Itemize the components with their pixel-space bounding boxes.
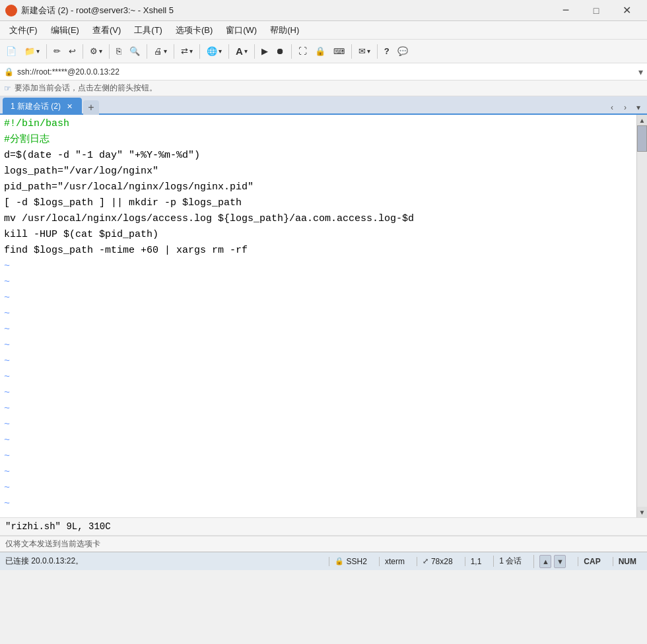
undo-icon: ↩ xyxy=(69,46,76,56)
open-button[interactable]: 📁▾ xyxy=(21,42,43,61)
chat-button[interactable]: 💬 xyxy=(394,42,411,61)
scroll-track[interactable] xyxy=(637,125,647,507)
terminal-line-24: ~ xyxy=(4,496,632,512)
separator xyxy=(291,44,292,59)
num-segment: NUM xyxy=(613,557,642,566)
tab-menu-button[interactable]: ▾ xyxy=(632,102,644,113)
tab-next-button[interactable]: › xyxy=(619,102,631,113)
copy-button[interactable]: ⎘ xyxy=(113,42,125,61)
sessions-segment: 1 会话 xyxy=(493,556,527,567)
tab-close-button[interactable]: ✕ xyxy=(65,102,74,111)
terminal-line-19: ~ xyxy=(4,417,632,433)
bottom-hint-text: 仅将文本发送到当前选项卡 xyxy=(5,538,100,550)
lock-icon: 🔒 xyxy=(315,46,325,56)
scroll-up-button[interactable]: ▲ xyxy=(637,115,648,125)
menu-item-tools[interactable]: 工具(T) xyxy=(127,22,169,39)
globe-icon: 🌐 xyxy=(207,46,217,56)
scrollbar: ▲ ▼ xyxy=(636,115,647,517)
hint-text: 要添加当前会话，点击左侧的箭头按钮。 xyxy=(15,82,157,94)
play-icon: ▶ xyxy=(261,46,268,56)
minimize-button[interactable]: − xyxy=(551,0,581,21)
protocol-segment: 🔒 SSH2 xyxy=(329,557,372,566)
address-dropdown-icon[interactable]: ▾ xyxy=(638,67,643,77)
titlebar: 新建会话 (2) - root@server3:~ - Xshell 5 − □… xyxy=(0,0,647,21)
new-tab-button[interactable]: + xyxy=(83,100,99,115)
tab-label: 1 新建会话 (2) xyxy=(11,101,61,112)
help-button[interactable]: ? xyxy=(381,42,393,61)
tabbar: 1 新建会话 (2) ✕ + ‹ › ▾ xyxy=(0,96,647,115)
address-text[interactable]: ssh://root:*****@20.0.0.13:22 xyxy=(17,67,638,77)
close-button[interactable]: ✕ xyxy=(611,0,642,21)
separator xyxy=(377,44,378,59)
terminal-line-3: logs_path="/var/log/nginx" xyxy=(4,164,632,179)
tab-1[interactable]: 1 新建会话 (2) ✕ xyxy=(3,98,82,115)
nav-down-button[interactable]: ▼ xyxy=(554,555,566,568)
separator xyxy=(46,44,47,59)
print-icon: 🖨 xyxy=(154,46,162,56)
terminal-line-18: ~ xyxy=(4,401,632,417)
scroll-thumb[interactable] xyxy=(637,125,647,152)
keyboard-icon: ⌨ xyxy=(333,47,345,56)
terminal-line-1: #分割日志 xyxy=(4,132,632,148)
record-icon: ⏺ xyxy=(276,46,285,56)
font-button[interactable]: A▾ xyxy=(232,42,251,61)
terminal-line-5: [ -d $logs_path ] || mkdir -p $logs_path xyxy=(4,195,632,211)
fullscreen-button[interactable]: ⛶ xyxy=(295,42,310,61)
copy-icon: ⎘ xyxy=(116,46,121,56)
statusbar: 已连接 20.0.0.13:22。 🔒 SSH2 xterm ⤢ 78x28 1… xyxy=(0,552,647,570)
menu-item-options[interactable]: 选项卡(B) xyxy=(169,22,219,39)
file-status-text: "rizhi.sh" 9L, 310C xyxy=(5,521,111,532)
term-segment: xterm xyxy=(379,557,410,566)
terminal-line-4: pid_path="/usr/local/nginx/logs/nginx.pi… xyxy=(4,179,632,195)
cursor-pos-label: 1,1 xyxy=(471,557,482,566)
terminal[interactable]: #!/bin/bash#分割日志d=$(date -d "-1 day" "+%… xyxy=(0,115,636,517)
terminal-line-25: ~ xyxy=(4,512,632,517)
xshell-icon xyxy=(5,5,17,16)
tab-prev-button[interactable]: ‹ xyxy=(606,102,618,113)
toolbar: 📄 📁▾ ✏ ↩ ⚙▾ ⎘ 🔍 🖨▾ ⇄▾ 🌐▾ A▾ ▶ ⏺ ⛶ 🔒 ⌨ ✉▾… xyxy=(0,40,647,63)
maximize-button[interactable]: □ xyxy=(581,0,611,21)
terminal-line-2: d=$(date -d "-1 day" "+%Y-%m-%d") xyxy=(4,148,632,164)
transfer-button[interactable]: ⇄▾ xyxy=(178,42,196,61)
fullscreen-icon: ⛶ xyxy=(298,46,307,56)
keyboard-button[interactable]: ⌨ xyxy=(330,42,348,61)
terminal-line-6: mv /usr/local/nginx/logs/access.log ${lo… xyxy=(4,211,632,227)
dimensions-label: 78x28 xyxy=(431,557,453,566)
menu-item-file[interactable]: 文件(F) xyxy=(3,22,44,39)
menu-item-help[interactable]: 帮助(H) xyxy=(263,22,306,39)
bottom-hint-bar: 仅将文本发送到当前选项卡 xyxy=(0,536,647,552)
addressbar: 🔒 ssh://root:*****@20.0.0.13:22 ▾ xyxy=(0,63,647,80)
terminal-line-15: ~ xyxy=(4,354,632,370)
terminal-line-23: ~ xyxy=(4,480,632,496)
hint-icon: ☞ xyxy=(4,84,11,93)
terminal-line-20: ~ xyxy=(4,433,632,449)
terminal-line-14: ~ xyxy=(4,338,632,354)
globe-button[interactable]: 🌐▾ xyxy=(203,42,225,61)
menu-item-edit[interactable]: 编辑(E) xyxy=(44,22,86,39)
terminal-line-7: kill -HUP $(cat $pid_path) xyxy=(4,227,632,243)
scroll-down-button[interactable]: ▼ xyxy=(637,507,648,517)
dimensions-segment: ⤢ 78x28 xyxy=(417,557,458,566)
cap-label: CAP xyxy=(584,557,600,566)
record-button[interactable]: ⏺ xyxy=(273,42,288,61)
edit-button[interactable]: ✏ xyxy=(50,42,64,61)
menu-item-view[interactable]: 查看(V) xyxy=(86,22,127,39)
print-button[interactable]: 🖨▾ xyxy=(151,42,170,61)
separator xyxy=(174,44,174,59)
undo-button[interactable]: ↩ xyxy=(65,42,79,61)
sessions-label: 1 会话 xyxy=(499,556,522,567)
folder-icon: 📁 xyxy=(24,46,35,56)
compose-button[interactable]: ✉▾ xyxy=(355,42,374,61)
new-button[interactable]: 📄 xyxy=(3,42,20,61)
script-button[interactable]: ▶ xyxy=(258,42,271,61)
find-button[interactable]: 🔍 xyxy=(126,42,143,61)
terminal-line-13: ~ xyxy=(4,322,632,338)
lock-button[interactable]: 🔒 xyxy=(312,42,329,61)
nav-up-button[interactable]: ▲ xyxy=(539,555,551,568)
menu-item-window[interactable]: 窗口(W) xyxy=(219,22,263,39)
terminal-line-12: ~ xyxy=(4,306,632,322)
settings-button[interactable]: ⚙▾ xyxy=(86,42,106,61)
file-status-bar: "rizhi.sh" 9L, 310C xyxy=(0,517,647,536)
terminal-line-22: ~ xyxy=(4,465,632,480)
terminal-line-17: ~ xyxy=(4,385,632,401)
